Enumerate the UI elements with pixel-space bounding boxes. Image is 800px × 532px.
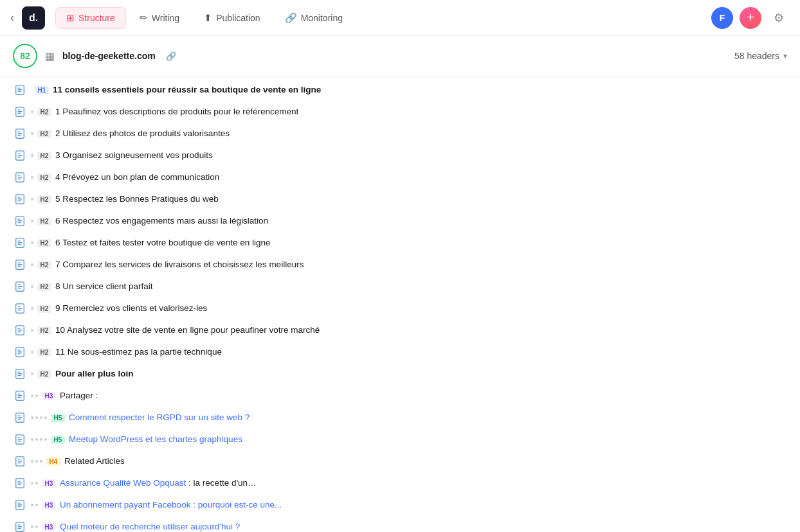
tab-publication-label: Publication (216, 13, 260, 23)
avatar[interactable]: F (711, 7, 733, 29)
svg-rect-27 (17, 222, 21, 223)
document-icon (13, 498, 27, 512)
svg-rect-78 (17, 504, 22, 505)
table-row[interactable]: H2Pour aller plus loin (0, 363, 800, 385)
table-row[interactable]: H5Comment respecter le RGPD sur un site … (0, 407, 800, 429)
svg-rect-5 (17, 109, 21, 110)
headers-count[interactable]: 58 headers ▾ (734, 51, 787, 61)
table-row[interactable]: H4Related Articles (0, 450, 800, 472)
svg-rect-55 (17, 375, 21, 376)
monitoring-icon: 🔗 (285, 12, 297, 24)
header-text: 4 Prévoyez un bon plan de communication (55, 172, 787, 184)
score-badge: 82 (13, 44, 37, 68)
document-icon (13, 301, 27, 315)
svg-rect-39 (17, 288, 21, 288)
svg-rect-37 (17, 284, 21, 285)
header-text: 3 Organisez soigneusement vos produits (55, 150, 787, 162)
header-text: 11 conseils essentiels pour réussir sa b… (53, 84, 787, 96)
table-row[interactable]: H211 Ne sous-estimez pas la partie techn… (0, 341, 800, 363)
svg-rect-25 (17, 218, 21, 219)
svg-rect-51 (17, 353, 21, 354)
table-row[interactable]: H3Assurance Qualité Web Opquast : la rec… (0, 472, 800, 494)
tab-publication[interactable]: ⬆ Publication (193, 7, 271, 29)
level-badge: H3 (42, 501, 56, 510)
table-row[interactable]: H3Quel moteur de recherche utiliser aujo… (0, 516, 800, 532)
level-badge: H3 (42, 392, 56, 400)
add-button[interactable]: + (740, 7, 761, 29)
document-icon (13, 389, 27, 403)
document-icon (13, 148, 27, 163)
document-icon (13, 170, 27, 184)
topbar: ‹ d. ⊞ Structure ✏ Writing ⬆ Publication… (0, 0, 800, 36)
site-url[interactable]: blog-de-geekette.com (62, 51, 156, 61)
table-row[interactable]: H111 conseils essentiels pour réussir sa… (0, 79, 800, 101)
site-icon: ▦ (45, 50, 55, 62)
svg-rect-69 (17, 459, 21, 459)
level-badge: H2 (37, 195, 51, 204)
header-text: Quel moteur de recherche utiliser aujour… (60, 521, 787, 532)
svg-rect-2 (17, 89, 22, 90)
svg-rect-66 (17, 439, 22, 439)
table-row[interactable]: H28 Un service client parfait (0, 276, 800, 297)
level-badge: H3 (42, 479, 56, 488)
indent-dots (31, 329, 33, 332)
logo[interactable]: d. (22, 6, 45, 30)
header-text: Related Articles (64, 456, 787, 468)
table-row[interactable]: H26 Respectez vos engagements mais aussi… (0, 210, 800, 232)
table-row[interactable]: H22 Utilisez des photos de produits valo… (0, 123, 800, 145)
level-badge: H5 (51, 436, 65, 444)
document-icon (13, 279, 27, 294)
svg-rect-43 (17, 310, 21, 310)
indent-dots (31, 154, 33, 157)
table-row[interactable]: H26 Testez et faites tester votre boutiq… (0, 232, 800, 254)
table-row[interactable]: H3Un abonnement payant Facebook : pourqu… (0, 494, 800, 516)
level-badge: H5 (51, 414, 65, 422)
back-button[interactable]: ‹ (10, 11, 14, 24)
svg-rect-21 (17, 197, 21, 197)
table-row[interactable]: H210 Analysez votre site de vente en lig… (0, 319, 800, 341)
svg-rect-47 (17, 332, 21, 332)
table-row[interactable]: H23 Organisez soigneusement vos produits (0, 145, 800, 166)
document-icon (13, 520, 27, 532)
settings-button[interactable]: ⚙ (768, 7, 790, 29)
document-icon (13, 432, 27, 447)
nav-tabs: ⊞ Structure ✏ Writing ⬆ Publication 🔗 Mo… (55, 7, 354, 29)
table-row[interactable]: H3Partager : (0, 385, 800, 407)
svg-rect-70 (17, 461, 22, 461)
external-link-icon[interactable]: 🔗 (166, 51, 176, 61)
svg-rect-53 (17, 371, 21, 372)
svg-rect-49 (17, 350, 21, 350)
svg-rect-63 (17, 419, 21, 420)
svg-rect-31 (17, 244, 21, 245)
level-badge: H2 (37, 217, 51, 226)
indent-dots (31, 220, 33, 222)
tab-structure[interactable]: ⊞ Structure (55, 7, 126, 29)
svg-rect-22 (17, 199, 22, 199)
tab-monitoring[interactable]: 🔗 Monitoring (274, 7, 354, 29)
svg-rect-54 (17, 373, 22, 374)
table-row[interactable]: H29 Remerciez vos clients et valorisez-l… (0, 297, 800, 319)
table-row[interactable]: H5Meetup WordPress et les chartes graphi… (0, 429, 800, 450)
indent-dots (31, 504, 38, 506)
svg-rect-81 (17, 524, 21, 525)
indent-dots (31, 176, 33, 179)
header-text: 6 Testez et faites tester votre boutique… (55, 237, 787, 249)
svg-rect-11 (17, 135, 21, 136)
svg-rect-77 (17, 502, 21, 503)
table-row[interactable]: H27 Comparez les services de livraisons … (0, 254, 800, 276)
level-badge: H2 (37, 130, 51, 138)
indent-dots (31, 416, 47, 419)
document-icon (13, 454, 27, 468)
document-icon (13, 83, 27, 97)
svg-rect-38 (17, 286, 22, 287)
table-row[interactable]: H25 Respectez les Bonnes Pratiques du we… (0, 188, 800, 210)
indent-dots (31, 438, 47, 441)
tab-structure-label: Structure (78, 13, 115, 23)
table-row[interactable]: H24 Prévoyez un bon plan de communicatio… (0, 166, 800, 188)
svg-rect-58 (17, 395, 22, 396)
svg-rect-34 (17, 264, 22, 265)
header-text: 8 Un service client parfait (55, 281, 787, 293)
indent-dots (31, 460, 42, 463)
tab-writing[interactable]: ✏ Writing (129, 7, 190, 29)
table-row[interactable]: H21 Peaufinez vos descriptions de produi… (0, 101, 800, 123)
